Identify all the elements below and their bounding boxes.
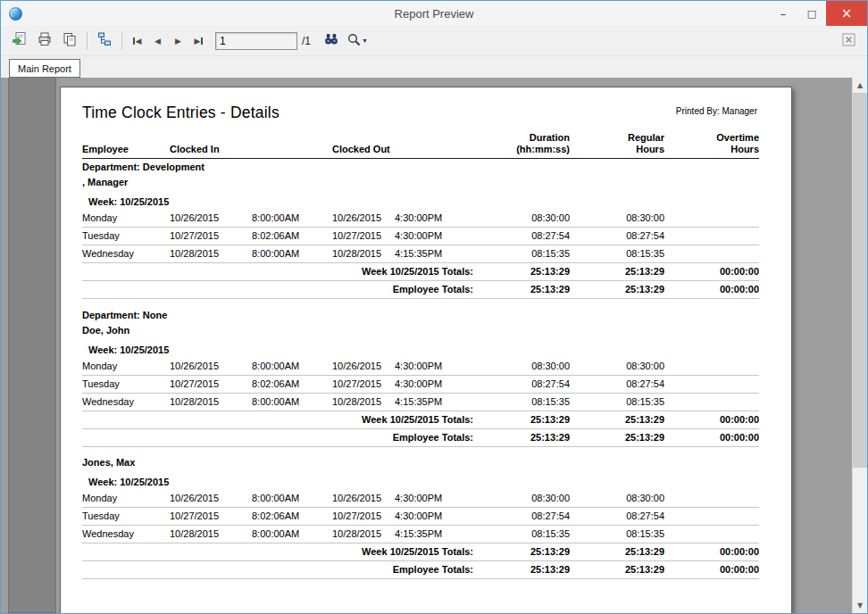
column-header-clocked-out: Clocked Out [332,132,473,159]
close-icon: × [841,5,853,21]
print-button[interactable] [33,29,56,53]
copy-button[interactable] [58,29,81,53]
page-number-input[interactable] [215,32,297,50]
first-page-icon [133,37,135,45]
report-page: Time Clock Entries - Details Printed By:… [60,87,792,613]
column-header-clocked-in: Clocked In [170,132,332,159]
time-entry-row: Monday10/26/20158:00:00AM10/26/20154:30:… [82,358,759,376]
column-header-regular-hours: Regular Hours [570,132,664,159]
time-entry-row: Wednesday10/28/20158:00:00AM10/28/20154:… [82,393,759,411]
maximize-button[interactable]: □ [797,1,826,26]
binoculars-icon [323,31,339,50]
employee-name-row: Doe, John [82,322,759,337]
group-tree-panel [8,78,56,613]
week-totals-row: Week 10/25/2015 Totals:25:13:2925:13:290… [82,411,759,428]
week-row: Week: 10/25/2015 [82,337,759,358]
time-entry-row: Wednesday10/28/20158:00:00AM10/28/20154:… [82,245,759,263]
close-preview-button[interactable] [837,29,860,53]
zoom-dropdown-caret-icon: ▾ [363,37,367,45]
time-entry-row: Tuesday10/27/20158:02:06AM10/27/20154:30… [82,375,759,393]
next-page-icon: ▶ [175,37,181,46]
next-page-button[interactable]: ▶ [169,29,188,53]
window-controls: – □ × [769,1,867,26]
group-tree-toggle-button[interactable] [93,29,116,53]
week-totals-row: Week 10/25/2015 Totals:25:13:2925:13:290… [82,263,759,281]
group-tree-icon [96,31,113,50]
spacer-row [82,579,759,587]
printed-by-label: Printed By: Manager [676,106,757,116]
maximize-icon: □ [807,8,816,20]
time-clock-table: Employee Clocked In Clocked Out Duration… [82,132,759,587]
table-body: Department: Development, ManagerWeek: 10… [82,159,759,587]
find-button[interactable] [320,29,343,53]
minimize-icon: – [780,7,787,21]
employee-totals-row: Employee Totals:25:13:2925:13:2900:00:00 [82,281,759,299]
first-page-button[interactable]: ◀ [128,29,146,53]
toolbar-separator [87,32,88,50]
week-totals-row: Week 10/25/2015 Totals:25:13:2925:13:290… [82,543,759,561]
tab-bar: Main Report [1,56,867,78]
close-button[interactable]: × [826,1,867,26]
boxed-close-icon [842,33,855,49]
copy-icon [62,31,78,50]
spacer-row [82,446,759,454]
time-entry-row: Tuesday10/27/20158:02:06AM10/27/20154:30… [82,508,759,526]
toolbar-separator [121,32,122,50]
scroll-up-icon[interactable]: ▲ [853,78,867,93]
report-preview-window: Report Preview – □ × [0,0,868,614]
employee-name-row: , Manager [82,174,759,189]
scrollbar-thumb[interactable] [853,93,867,468]
column-header-employee: Employee [82,132,170,159]
table-header-row: Employee Clocked In Clocked Out Duration… [82,132,759,159]
department-row: Department: None [82,307,759,322]
previous-page-icon: ◀ [154,37,161,46]
export-icon [12,31,28,50]
employee-name-row: Jones, Max [82,454,759,469]
print-icon [37,31,53,50]
week-row: Week: 10/25/2015 [82,469,759,490]
column-header-duration: Duration (hh:mm:ss) [473,132,570,159]
employee-totals-row: Employee Totals:25:13:2925:13:2900:00:00 [82,561,759,579]
department-row: Department: Development [82,159,759,175]
magnifier-icon [346,32,362,50]
toolbar: ◀ ◀ ▶ ▶ /1 ▾ [1,26,867,56]
last-page-button[interactable]: ▶ [189,29,208,53]
last-page-icon [201,37,203,45]
report-title: Time Clock Entries - Details [82,104,280,122]
vertical-scrollbar[interactable]: ▲ ▼ [852,78,867,613]
minimize-button[interactable]: – [769,1,797,26]
time-entry-row: Monday10/26/20158:00:00AM10/26/20154:30:… [82,210,759,228]
report-header: Time Clock Entries - Details Printed By:… [82,104,757,122]
title-bar: Report Preview – □ × [1,1,867,26]
employee-totals-row: Employee Totals:25:13:2925:13:2900:00:00 [82,428,759,446]
previous-page-button[interactable]: ◀ [148,29,167,53]
column-header-overtime-hours: Overtime Hours [664,132,759,159]
window-title: Report Preview [1,7,867,21]
tab-main-report[interactable]: Main Report [9,59,80,78]
tab-label: Main Report [18,63,71,74]
zoom-button[interactable]: ▾ [345,29,368,53]
scroll-down-icon[interactable]: ▼ [853,598,867,613]
page-count-label: /1 [302,35,311,47]
spacer-row [82,299,759,307]
time-entry-row: Monday10/26/20158:00:00AM10/26/20154:30:… [82,490,759,508]
time-entry-row: Tuesday10/27/20158:02:06AM10/27/20154:30… [82,228,759,245]
preview-area: Time Clock Entries - Details Printed By:… [1,78,867,613]
export-button[interactable] [8,29,31,53]
week-row: Week: 10/25/2015 [82,189,759,210]
time-entry-row: Wednesday10/28/20158:00:00AM10/28/20154:… [82,526,759,543]
